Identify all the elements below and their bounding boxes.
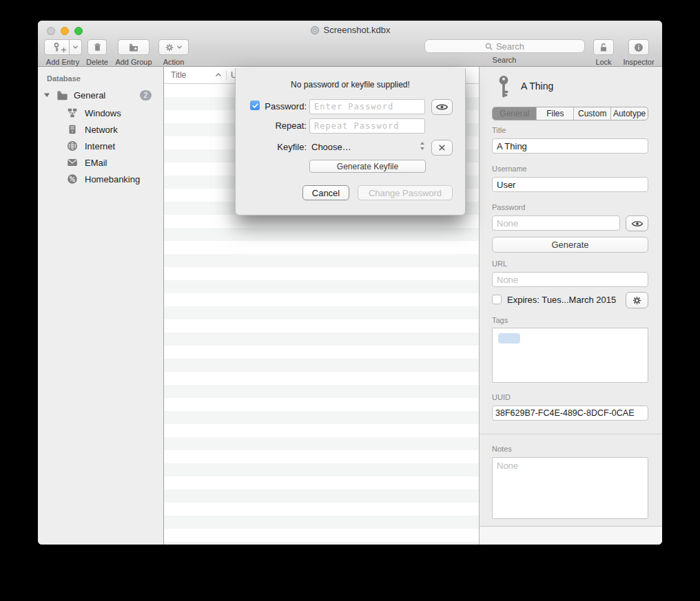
lock-label: Lock xyxy=(595,58,611,66)
folder-plus-icon xyxy=(128,42,139,53)
title-label: Title xyxy=(492,126,506,134)
change-password-sheet: No password or keyfile supplied! Passwor… xyxy=(235,68,466,215)
username-field[interactable] xyxy=(492,177,648,192)
url-label: URL xyxy=(492,260,507,268)
app-window: Screenshot.kdbx Add Entry Delete xyxy=(38,21,662,545)
plus-icon xyxy=(61,48,66,52)
action-button[interactable] xyxy=(158,39,189,55)
sidebar-item-label: EMail xyxy=(85,158,107,168)
disclosure-triangle-icon[interactable] xyxy=(43,92,50,98)
generate-keyfile-button[interactable]: Generate Keyfile xyxy=(309,160,426,173)
sidebar-item-label: Internet xyxy=(85,141,115,151)
expires-options-button[interactable] xyxy=(626,292,648,308)
delete-button[interactable] xyxy=(88,39,107,55)
keyfile-popup[interactable]: Choose… xyxy=(311,142,351,152)
repeat-password-input[interactable] xyxy=(309,118,425,134)
enter-password-input[interactable] xyxy=(309,99,425,114)
sidebar-header: Database xyxy=(47,74,81,83)
envelope-icon xyxy=(66,156,79,169)
inspector-label: Inspector xyxy=(623,58,654,66)
add-group-button[interactable] xyxy=(118,39,150,55)
uuid-label: UUID xyxy=(492,393,511,401)
inspector-tabs: General Files Custom Autotype xyxy=(492,107,648,120)
change-password-label: Change Password xyxy=(369,188,442,198)
tag-pill[interactable] xyxy=(498,333,520,344)
chevron-down-icon xyxy=(72,44,79,50)
reveal-password-button[interactable] xyxy=(626,215,648,231)
search-icon xyxy=(484,42,493,51)
sidebar-item-label: Network xyxy=(85,125,118,135)
column-label: Title xyxy=(171,70,186,80)
column-header-title[interactable]: Title xyxy=(164,70,226,80)
entry-title: A Thing xyxy=(521,81,553,92)
search-placeholder: Search xyxy=(496,41,524,52)
add-group-label: Add Group xyxy=(115,58,152,66)
sheet-message: No password or keyfile supplied! xyxy=(236,80,465,89)
network-computers-icon xyxy=(66,107,79,119)
title-field[interactable] xyxy=(492,138,648,154)
gear-icon xyxy=(632,295,642,306)
password-checkbox[interactable] xyxy=(250,101,260,110)
entry-count-badge: 2 xyxy=(140,90,152,101)
sidebar-item-internet[interactable]: Internet xyxy=(38,138,163,154)
percent-icon xyxy=(66,173,79,185)
sidebar-item-network[interactable]: Network xyxy=(38,121,163,138)
document-icon xyxy=(310,25,320,35)
uuid-field[interactable] xyxy=(492,405,648,421)
key-icon xyxy=(496,75,511,98)
username-label: Username xyxy=(492,165,527,173)
add-entry-button[interactable] xyxy=(44,39,82,55)
tags-field[interactable] xyxy=(492,328,648,383)
sort-ascending-icon xyxy=(215,72,222,78)
sidebar-item-homebanking[interactable]: Homebanking xyxy=(38,171,163,187)
generate-password-button[interactable]: Generate xyxy=(492,237,648,253)
folder-icon xyxy=(56,89,69,102)
title-bar[interactable]: Screenshot.kdbx Add Entry Delete xyxy=(38,21,662,67)
info-icon xyxy=(633,42,644,53)
reveal-password-button[interactable] xyxy=(431,99,453,115)
window-title: Screenshot.kdbx xyxy=(324,25,391,35)
repeat-label: Repeat: xyxy=(260,120,307,131)
change-password-button[interactable]: Change Password xyxy=(358,185,453,200)
password-field[interactable] xyxy=(492,215,620,231)
tab-autotype[interactable]: Autotype xyxy=(611,107,648,120)
password-label: Password: xyxy=(260,101,307,112)
expires-label: Expires: Tues...March 2015 xyxy=(507,295,616,305)
clear-keyfile-button[interactable] xyxy=(431,140,453,156)
expires-checkbox[interactable] xyxy=(492,295,502,304)
inspector-footer xyxy=(480,526,662,545)
search-input[interactable]: Search xyxy=(424,39,585,53)
window-title-area: Screenshot.kdbx xyxy=(38,25,662,35)
close-x-icon xyxy=(438,143,446,152)
gear-icon xyxy=(165,43,174,52)
tab-custom[interactable]: Custom xyxy=(574,107,611,120)
trash-icon xyxy=(92,42,103,52)
sidebar-item-windows[interactable]: Windows xyxy=(38,105,163,121)
sidebar-item-email[interactable]: EMail xyxy=(38,154,163,171)
tab-general[interactable]: General xyxy=(493,107,537,120)
sidebar-item-label: Homebanking xyxy=(85,174,140,184)
url-field[interactable] xyxy=(492,272,648,287)
tags-label: Tags xyxy=(492,316,508,324)
tab-files[interactable]: Files xyxy=(537,107,574,120)
eye-icon xyxy=(631,220,644,228)
lock-open-icon xyxy=(598,42,609,53)
inspector-panel: A Thing General Files Custom Autotype Ti… xyxy=(480,67,662,545)
chevron-down-icon xyxy=(176,44,183,50)
generate-keyfile-label: Generate Keyfile xyxy=(337,162,398,171)
generate-label: Generate xyxy=(551,240,588,250)
action-label: Action xyxy=(163,58,185,66)
sidebar-item-label: Windows xyxy=(85,108,121,118)
notes-field[interactable] xyxy=(492,457,648,519)
checkmark-icon xyxy=(251,102,259,109)
keyfile-label: Keyfile: xyxy=(260,142,307,152)
lock-button[interactable] xyxy=(593,39,614,55)
delete-label: Delete xyxy=(86,58,108,66)
search-label: Search xyxy=(493,56,517,64)
inspector-button[interactable] xyxy=(628,39,649,55)
stepper-icon[interactable] xyxy=(419,140,426,151)
sidebar-item-general[interactable]: General 2 xyxy=(38,87,163,103)
cancel-button[interactable]: Cancel xyxy=(302,185,349,200)
cancel-label: Cancel xyxy=(312,188,340,198)
add-entry-dropdown[interactable] xyxy=(70,39,82,55)
